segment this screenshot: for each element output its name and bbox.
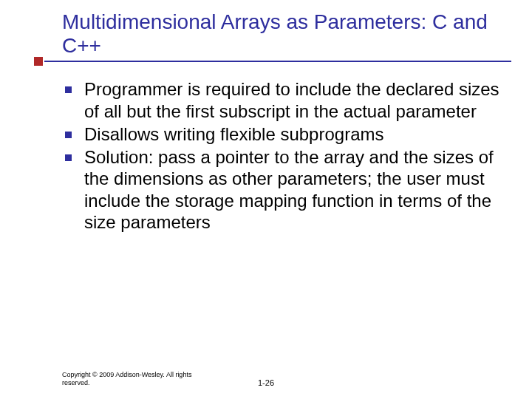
title-square-icon bbox=[34, 57, 43, 66]
list-item: Disallows writing flexible subprograms bbox=[62, 123, 505, 145]
bullet-list: Programmer is required to include the de… bbox=[62, 78, 505, 233]
list-item: Solution: pass a pointer to the array an… bbox=[62, 146, 505, 233]
slide: Multidimensional Arrays as Parameters: C… bbox=[0, 0, 532, 399]
title-band: Multidimensional Arrays as Parameters: C… bbox=[62, 10, 505, 58]
footer-page-number: 1-26 bbox=[0, 378, 532, 387]
title-underline bbox=[44, 61, 511, 62]
list-item: Programmer is required to include the de… bbox=[62, 78, 505, 122]
slide-title: Multidimensional Arrays as Parameters: C… bbox=[62, 10, 505, 58]
